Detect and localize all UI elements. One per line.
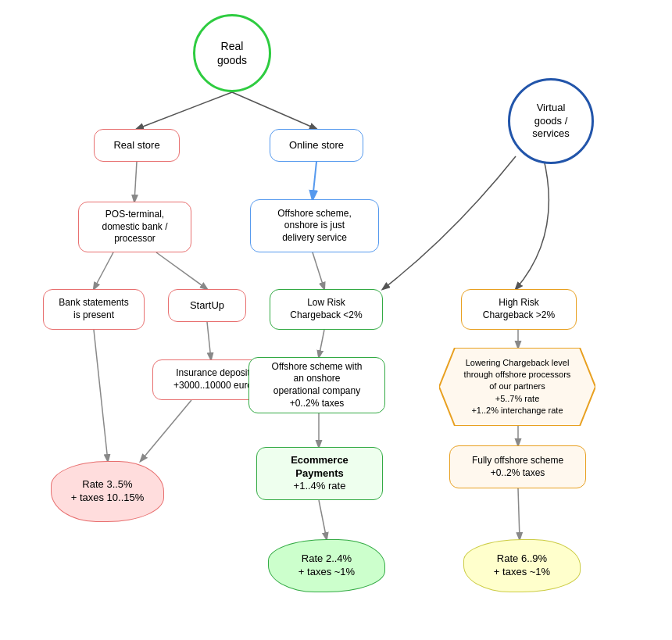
rate-taxes-red-label: Rate 3..5% + taxes 10..15%	[71, 478, 145, 505]
svg-line-0	[137, 92, 232, 129]
svg-line-5	[156, 252, 207, 289]
lowering-chargeback-label: Lowering Chargeback level through offsho…	[464, 357, 571, 417]
online-store-label: Online store	[289, 139, 344, 152]
offshore-scheme-label: Offshore scheme, onshore is just deliver…	[277, 208, 352, 245]
svg-line-7	[94, 330, 108, 461]
svg-line-2	[134, 162, 137, 202]
offshore-onshore-label: Offshore scheme with an onshore operatio…	[272, 361, 363, 409]
ecommerce-payments-label: Ecommerce Payments +1..4% rate	[291, 454, 349, 494]
low-risk-label: Low Risk Chargeback <2%	[290, 297, 362, 321]
fully-offshore-label: Fully offshore scheme +0..2% taxes	[472, 455, 563, 479]
low-risk-node: Low Risk Chargeback <2%	[270, 289, 383, 330]
real-store-label: Real store	[113, 139, 159, 152]
rate-taxes-green-node: Rate 2..4% + taxes ~1%	[268, 539, 385, 592]
real-goods-label: Real goods	[217, 39, 247, 67]
high-risk-node: High Risk Chargeback >2%	[461, 289, 577, 330]
svg-line-3	[313, 162, 316, 199]
rate-taxes-yellow-node: Rate 6..9% + taxes ~1%	[463, 539, 581, 592]
rate-taxes-red-node: Rate 3..5% + taxes 10..15%	[51, 461, 164, 522]
startup-node: StartUp	[168, 289, 246, 322]
svg-line-1	[232, 92, 316, 129]
startup-label: StartUp	[190, 299, 224, 313]
svg-line-12	[319, 500, 327, 539]
offshore-onshore-node: Offshore scheme with an onshore operatio…	[248, 357, 385, 413]
ecommerce-payments-node: Ecommerce Payments +1..4% rate	[256, 447, 383, 500]
real-store-node: Real store	[94, 129, 180, 162]
insurance-deposit-label: Insurance deposit +3000..10000 euro	[173, 367, 252, 392]
svg-line-8	[207, 322, 211, 359]
diagram: Real goods Virtual goods / services Real…	[0, 0, 672, 640]
svg-line-9	[141, 400, 191, 461]
pos-terminal-node: POS-terminal, domestic bank / processor	[78, 202, 191, 252]
bank-statements-node: Bank statements is present	[43, 289, 145, 330]
svg-line-4	[94, 252, 113, 289]
svg-line-6	[313, 252, 324, 289]
real-goods-node: Real goods	[193, 14, 271, 92]
rate-taxes-green-label: Rate 2..4% + taxes ~1%	[298, 552, 355, 579]
fully-offshore-node: Fully offshore scheme +0..2% taxes	[449, 445, 586, 488]
virtual-goods-label: Virtual goods / services	[532, 102, 570, 141]
virtual-goods-node: Virtual goods / services	[508, 78, 594, 164]
bank-statements-label: Bank statements is present	[59, 297, 128, 321]
online-store-node: Online store	[270, 129, 363, 162]
offshore-scheme-node: Offshore scheme, onshore is just deliver…	[250, 199, 379, 252]
high-risk-label: High Risk Chargeback >2%	[483, 297, 555, 321]
rate-taxes-yellow-label: Rate 6..9% + taxes ~1%	[494, 552, 550, 579]
lowering-chargeback-node: Lowering Chargeback level through offsho…	[439, 348, 595, 426]
svg-line-15	[518, 488, 520, 539]
svg-line-10	[319, 330, 324, 357]
pos-terminal-label: POS-terminal, domestic bank / processor	[102, 209, 167, 245]
